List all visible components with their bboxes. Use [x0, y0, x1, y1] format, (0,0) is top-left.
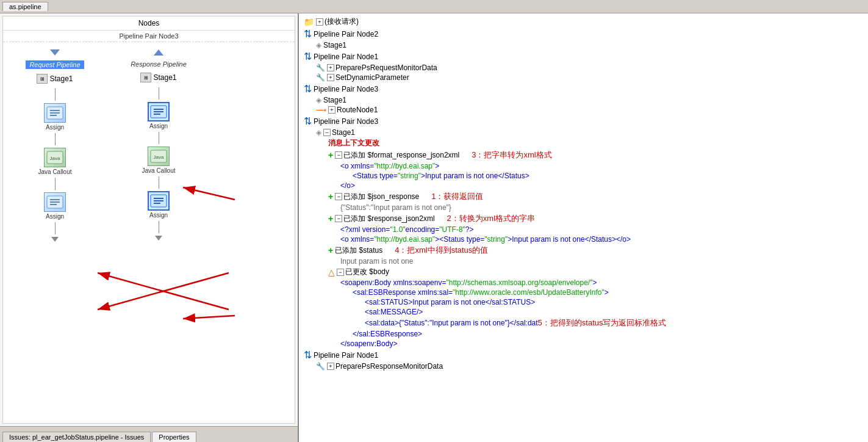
assign2-right-icon: [148, 191, 170, 211]
tree-item-sal-status: <sal:STATUS>Input param is not one</sal:…: [304, 297, 863, 307]
ppnode1-text: Pipeline Pair Node1: [314, 53, 378, 61]
nodes-area: Nodes Pipeline Pair Node3 Request Pipeli…: [2, 16, 295, 424]
connector3: [55, 178, 56, 190]
expand-json[interactable]: −: [335, 193, 342, 200]
svg-text:Java: Java: [154, 154, 164, 160]
stage-icon-pp3b: ◈: [316, 128, 321, 137]
tree-item-stage1-pp3b[interactable]: ◈ − Stage1: [304, 128, 863, 137]
java1-left-icon: Java: [44, 148, 66, 167]
stage1-left-icon: ⊞: [37, 74, 48, 84]
svg-text:Java: Java: [50, 156, 60, 161]
java1-right-icon: Java: [148, 147, 170, 166]
tree-item-receive[interactable]: 📁 + (接收请求): [304, 16, 863, 27]
expand-stage1-pp3b[interactable]: −: [323, 129, 331, 136]
spacer: [88, 47, 125, 242]
tree-item-ppnode3a[interactable]: ⇅ Pipeline Pair Node3: [304, 82, 863, 95]
assign1-left-label: Assign: [46, 124, 64, 131]
plus-icon-status: +: [328, 245, 333, 255]
right-panel: 📁 + (接收请求) ⇅ Pipeline Pair Node2 ◈ Stage…: [299, 13, 868, 442]
tree-item-ppnode2[interactable]: ⇅ Pipeline Pair Node2: [304, 27, 863, 40]
body-changed-text: 已更改 $body: [345, 267, 389, 277]
stage-icon-pp3a: ◈: [316, 96, 321, 104]
soapenv-open-text: <soapenv:Body xmlns:soapenv=: [340, 278, 446, 287]
connector7: [159, 176, 159, 189]
tree-item-stage1-pp3a[interactable]: ◈ Stage1: [304, 95, 863, 105]
tree-item-ppnode1[interactable]: ⇅ Pipeline Pair Node1: [304, 50, 863, 63]
expand-body[interactable]: −: [337, 269, 344, 276]
content-area: Nodes Pipeline Pair Node3 Request Pipeli…: [0, 13, 868, 442]
tree-item-prepare-resp[interactable]: 🔧 + PreparePsResponseMonitorData: [304, 361, 863, 371]
stage1-left-label: Stage1: [49, 74, 73, 83]
stage1-pp3a-text: Stage1: [323, 96, 346, 104]
assign1-right[interactable]: Assign: [148, 102, 170, 129]
assign2-left[interactable]: Assign: [44, 192, 66, 220]
connector8: [159, 221, 159, 233]
tree-item-xml-status: <Status type="string">Input param is not…: [304, 171, 863, 181]
sal-status-text: <sal:STATUS>Input param is not one</sal:…: [365, 298, 535, 306]
annotation-1: 1：获得返回值: [431, 191, 483, 202]
tree-item-xml-full: <o xmlns="http://byd.eai.sap"><Status ty…: [304, 234, 863, 244]
assign1-right-icon: [148, 102, 170, 121]
tree-item-sal-esbresponse: <sal:ESBResponse xmlns:sal="http://www.o…: [304, 288, 863, 297]
plus-icon-json: +: [328, 192, 333, 201]
assign2-right[interactable]: Assign: [148, 191, 170, 219]
tree-item-format-json2xml[interactable]: + − 已添加 $format_response_json2xml 3：把字串转…: [304, 149, 863, 161]
expand-resp[interactable]: −: [335, 215, 342, 222]
connector4: [55, 222, 56, 234]
expand-format[interactable]: −: [335, 151, 342, 159]
stage1-right-label: Stage1: [153, 73, 176, 82]
tree-item-sal-message: <sal:MESSAGE/>: [304, 307, 863, 317]
main-container: as.pipeline Nodes Pipeline Pair Node3 Re…: [0, 0, 868, 442]
tree-item-stage1-pp2[interactable]: ◈ Stage1: [304, 40, 863, 50]
delta-icon-body: △: [328, 267, 335, 277]
expand-routenode1[interactable]: +: [328, 106, 335, 114]
tree-item-prepare-req[interactable]: 🔧 + PreparePsRequestMonitorData: [304, 63, 863, 73]
ppnode2-text: Pipeline Pair Node2: [314, 30, 378, 38]
tree-item-json-value: {"Status":"Input param is not one"}: [304, 203, 863, 212]
routenode1-text: RouteNode1: [337, 106, 378, 114]
tree-item-ppnode3b[interactable]: ⇅ Pipeline Pair Node3: [304, 115, 863, 128]
component-icon-prep-resp: 🔧: [316, 362, 325, 371]
tree-item-sal-esbresponse-close: </sal:ESBResponse>: [304, 329, 863, 339]
properties-tab[interactable]: Properties: [152, 432, 196, 442]
svg-line-22: [183, 316, 235, 319]
assign1-left-icon: [44, 103, 66, 123]
expand-prep-resp[interactable]: +: [327, 363, 334, 370]
annotation-4: 4：把xml中得到status的值: [395, 245, 488, 256]
bottom-tabs: Issues: pl_ear_getJobStatus.pipeline - I…: [0, 426, 298, 442]
tree-item-body-changed[interactable]: △ − 已更改 $body: [304, 266, 863, 278]
assign1-left[interactable]: Assign: [44, 103, 66, 131]
connector2: [55, 133, 56, 145]
java1-left[interactable]: Java Java Callout: [38, 148, 71, 175]
folder-icon: 📁: [304, 17, 314, 27]
pipeline-icon-1b: ⇅: [304, 349, 312, 361]
down-arrow-end2: [155, 236, 162, 241]
xml-status-text: <Status type=: [353, 172, 398, 180]
expand-prep-req[interactable]: +: [327, 64, 334, 71]
pair-node-title: Pipeline Pair Node3: [3, 31, 295, 42]
tab-pipeline[interactable]: as.pipeline: [2, 2, 48, 11]
status-added-text: 已添加 $status: [335, 245, 382, 256]
nodes-title: Nodes: [3, 16, 295, 31]
plus-icon-format: +: [328, 150, 333, 160]
tree-item-ppnode1b[interactable]: ⇅ Pipeline Pair Node1: [304, 349, 863, 361]
expand-receive[interactable]: +: [316, 18, 323, 26]
tree-item-setdynamic[interactable]: 🔧 + SetDynamicParameter: [304, 73, 863, 82]
pipeline-icon-1: ⇅: [304, 51, 312, 62]
tree-item-response-json2xml[interactable]: + − 已添加 $response_json2xml 2：转换为xml格式的字串: [304, 212, 863, 225]
svg-line-24: [98, 273, 229, 310]
ppnode3a-text: Pipeline Pair Node3: [314, 85, 378, 93]
issues-tab[interactable]: Issues: pl_ear_getJobStatus.pipeline - I…: [2, 432, 151, 442]
sal-esbresponse-close-text: </sal:ESBResponse>: [353, 330, 422, 338]
tree-item-json-response[interactable]: + − 已添加 $json_response 1：获得返回值: [304, 190, 863, 203]
expand-setdynamic[interactable]: +: [327, 74, 334, 81]
tree-item-routenode1[interactable]: ⟶ + RouteNode1: [304, 105, 863, 115]
connector6: [159, 132, 159, 144]
java1-right[interactable]: Java Java Callout: [142, 147, 175, 174]
ppnode1b-text: Pipeline Pair Node1: [314, 351, 378, 360]
prepare-resp-text: PreparePsResponseMonitorData: [335, 362, 443, 371]
tree-item-status[interactable]: + 已添加 $status 4：把xml中得到status的值: [304, 244, 863, 256]
sal-data-text: <sal:data>{"Status":"Input param is not …: [365, 319, 538, 327]
json-value-text: {"Status":"Input param is not one"}: [340, 203, 451, 212]
assign2-right-label: Assign: [149, 212, 168, 219]
